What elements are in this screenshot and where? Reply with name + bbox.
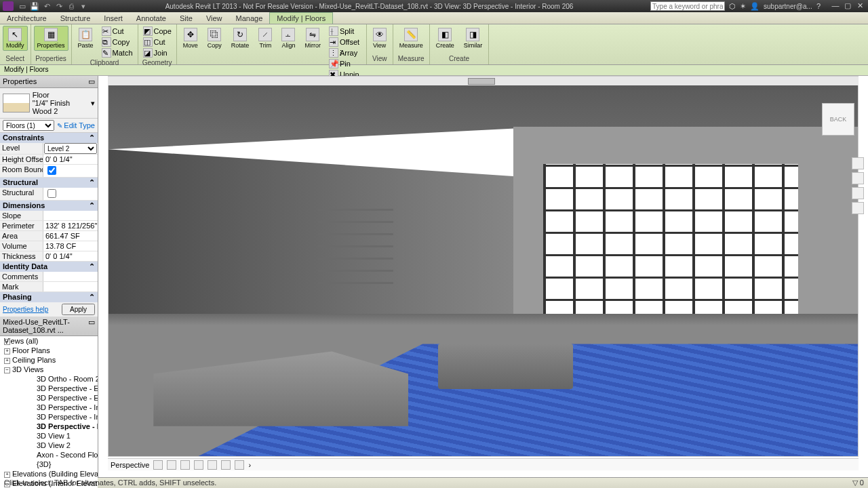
home-icon[interactable] bbox=[852, 157, 864, 169]
crop-view-icon[interactable] bbox=[208, 460, 217, 470]
filter-icon[interactable]: ▽ 0 bbox=[852, 479, 864, 487]
array-button[interactable]: ⋮⋮Array bbox=[327, 47, 363, 58]
prop-value[interactable]: 0' 0 1/4" bbox=[43, 251, 98, 261]
paste-button[interactable]: 📋Paste bbox=[75, 26, 97, 51]
subscription-icon[interactable]: ⬡ bbox=[729, 2, 736, 11]
tab-view[interactable]: View bbox=[199, 12, 229, 24]
maximize-button[interactable]: ▢ bbox=[842, 1, 853, 11]
prop-value[interactable] bbox=[43, 282, 98, 291]
tab-insert[interactable]: Insert bbox=[97, 12, 130, 24]
prop-group-identity-data[interactable]: Identity Data⌃ bbox=[0, 262, 98, 272]
prop-group-structural[interactable]: Structural⌃ bbox=[0, 178, 98, 188]
prop-group-phasing[interactable]: Phasing⌃ bbox=[0, 292, 98, 302]
modify-button[interactable]: ↖Modify bbox=[3, 26, 28, 51]
tree-node[interactable]: Ceiling Plans bbox=[0, 355, 98, 365]
tab-site[interactable]: Site bbox=[173, 12, 199, 24]
wheel-icon[interactable] bbox=[852, 172, 864, 184]
align-button[interactable]: ⫠Align bbox=[278, 26, 298, 51]
cope-button[interactable]: ◩Cope bbox=[141, 26, 174, 37]
prop-group-constraints[interactable]: Constraints⌃ bbox=[0, 133, 98, 143]
tab-architecture[interactable]: Architecture bbox=[0, 12, 54, 24]
rotate-button[interactable]: ↻Rotate bbox=[228, 26, 253, 51]
tab-modify-floors[interactable]: Modify | Floors bbox=[269, 12, 333, 24]
prop-value-check[interactable] bbox=[47, 166, 56, 175]
qat-dropdown-icon[interactable]: ▾ bbox=[79, 1, 88, 11]
help-icon[interactable]: ? bbox=[816, 2, 821, 10]
cut-button[interactable]: ◫Cut bbox=[141, 37, 174, 47]
tab-structure[interactable]: Structure bbox=[54, 12, 98, 24]
offset-button[interactable]: ⇥Offset bbox=[327, 37, 363, 47]
join-button[interactable]: ◪Join bbox=[141, 47, 174, 58]
instance-selector[interactable]: Floors (1) bbox=[3, 120, 54, 131]
close-button[interactable]: ✕ bbox=[854, 1, 865, 11]
move-button[interactable]: ✥Move bbox=[180, 26, 201, 51]
tree-leaf[interactable]: 3D Ortho - Room 206 bbox=[0, 374, 98, 384]
copy-button[interactable]: ⧉Copy bbox=[100, 37, 135, 47]
copy-button[interactable]: ⿻Copy bbox=[204, 26, 225, 51]
tree-node[interactable]: Views (all) bbox=[0, 336, 98, 346]
crop-region-icon[interactable] bbox=[221, 460, 231, 470]
browser-close-icon[interactable]: ▭ bbox=[88, 318, 95, 334]
sun-path-icon[interactable] bbox=[180, 460, 190, 470]
tree-node[interactable]: 3D Views bbox=[0, 365, 98, 374]
similar-button[interactable]: ◨Similar bbox=[460, 26, 486, 51]
save-icon[interactable]: 💾 bbox=[30, 1, 39, 11]
visual-style-icon[interactable] bbox=[167, 460, 176, 470]
scale-label[interactable]: Perspective bbox=[111, 461, 149, 469]
prop-group-dimensions[interactable]: Dimensions⌃ bbox=[0, 201, 98, 211]
properties-help-link[interactable]: Properties help bbox=[3, 306, 48, 313]
apply-button[interactable]: Apply bbox=[62, 304, 95, 315]
measure-button[interactable]: 📏Measure bbox=[396, 26, 427, 51]
tree-leaf[interactable]: 3D Perspective - Interior bbox=[0, 412, 98, 422]
tree-node[interactable]: Floor Plans bbox=[0, 346, 98, 355]
3d-viewport[interactable] bbox=[108, 81, 859, 457]
search-input[interactable] bbox=[650, 1, 725, 11]
undo-icon[interactable]: ↶ bbox=[42, 1, 52, 11]
prop-value[interactable]: 132' 8 121/256" bbox=[43, 221, 98, 230]
prop-value[interactable] bbox=[43, 272, 98, 281]
minimize-button[interactable]: — bbox=[830, 1, 841, 11]
horizontal-scrollbar[interactable] bbox=[108, 76, 859, 85]
tree-leaf[interactable]: {3D} bbox=[0, 460, 98, 469]
zoom-icon[interactable] bbox=[852, 202, 864, 214]
tree-leaf[interactable]: 3D Perspective - Exterio bbox=[0, 384, 98, 393]
prop-value[interactable]: 13.78 CF bbox=[43, 241, 98, 251]
tree-leaf[interactable]: 3D View 1 bbox=[0, 431, 98, 441]
exchange-icon[interactable]: ✶ bbox=[740, 2, 746, 11]
tab-annotate[interactable]: Annotate bbox=[130, 12, 173, 24]
match-button[interactable]: ✎Match bbox=[100, 47, 135, 58]
detail-level-icon[interactable] bbox=[153, 460, 163, 470]
prop-value[interactable] bbox=[43, 211, 98, 220]
type-dropdown-icon[interactable]: ▾ bbox=[91, 99, 95, 108]
tree-leaf[interactable]: Axon - Second Floor bbox=[0, 450, 98, 460]
cut-button[interactable]: ✂Cut bbox=[100, 26, 135, 37]
shadows-icon[interactable] bbox=[194, 460, 203, 470]
tree-node[interactable]: Elevations (Interior Elevation bbox=[0, 479, 98, 488]
split-button[interactable]: ⟊Split bbox=[327, 26, 363, 37]
trim-button[interactable]: ⟋Trim bbox=[255, 26, 275, 51]
open-icon[interactable]: ▭ bbox=[18, 1, 27, 11]
edit-type-button[interactable]: ✎ Edit Type bbox=[57, 121, 95, 129]
prop-value[interactable]: 0' 0 1/4" bbox=[43, 155, 98, 164]
tree-leaf[interactable]: 3D Perspective - Interior bbox=[0, 403, 98, 412]
tree-node[interactable]: Elevations (Building Elevatio bbox=[0, 469, 98, 479]
properties-close-icon[interactable]: ▭ bbox=[88, 77, 95, 86]
tree-leaf[interactable]: 3D View 2 bbox=[0, 441, 98, 450]
create-button[interactable]: ◧Create bbox=[433, 26, 458, 51]
signin-icon[interactable]: 👤 bbox=[750, 2, 760, 11]
tree-leaf[interactable]: 3D Perspective - Interi bbox=[0, 422, 98, 431]
prop-value[interactable]: 661.47 SF bbox=[43, 231, 98, 241]
pin-button[interactable]: 📌Pin bbox=[327, 58, 363, 69]
properties-button[interactable]: ▦Properties bbox=[34, 26, 68, 51]
tree-leaf[interactable]: 3D Perspective - Exterior bbox=[0, 393, 98, 403]
prop-value-select[interactable]: Level 2 bbox=[44, 143, 97, 154]
prop-value-check[interactable] bbox=[47, 189, 56, 198]
viewcube[interactable]: BACK bbox=[822, 103, 854, 136]
pan-icon[interactable] bbox=[852, 187, 864, 199]
print-icon[interactable]: ⎙ bbox=[66, 1, 76, 11]
tab-manage[interactable]: Manage bbox=[229, 12, 270, 24]
redo-icon[interactable]: ↷ bbox=[54, 1, 64, 11]
lock-view-icon[interactable] bbox=[235, 460, 244, 470]
view-button[interactable]: 👁View bbox=[370, 26, 390, 51]
mirror-button[interactable]: ⇋Mirror bbox=[301, 26, 324, 51]
